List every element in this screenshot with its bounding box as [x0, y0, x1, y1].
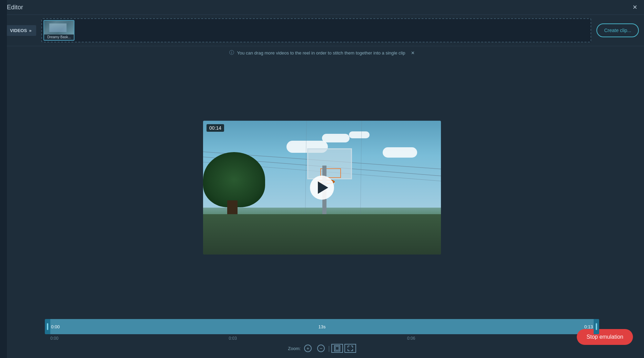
stop-emulation-button[interactable]: Stop emulation — [577, 329, 633, 345]
tree-foliage — [203, 152, 265, 207]
left-sidebar — [0, 0, 7, 358]
timeline-handle-right[interactable] — [594, 319, 599, 334]
videos-arrow-icon: » — [29, 28, 31, 33]
info-close-button[interactable]: ✕ — [411, 50, 415, 56]
zoom-fit-icon — [334, 345, 340, 351]
info-icon: ⓘ — [229, 50, 234, 56]
timecode-2: 0:06 — [407, 336, 415, 341]
handle-grip-right — [596, 323, 597, 330]
editor-window: Editor × VIDEOS » Dreamy Bask... Create … — [0, 0, 644, 358]
zoom-divider: | — [328, 345, 330, 352]
info-message: You can drag more videos to the reel in … — [237, 50, 405, 56]
handle-grip-left — [47, 323, 48, 330]
timeline-bar[interactable]: 0:00 13s 0:13 — [45, 319, 599, 334]
zoom-expand-icon — [347, 345, 353, 351]
cloud-2 — [322, 134, 350, 142]
zoom-label: Zoom: — [288, 346, 301, 351]
timeline-handle-left[interactable] — [45, 319, 50, 334]
svg-rect-6 — [335, 347, 339, 350]
timeline-end-label: 0:13 — [584, 324, 593, 329]
zoom-in-button[interactable]: + — [302, 344, 314, 353]
timecode-row: 0:00 0:03 0:06 0:10 — [45, 334, 599, 341]
reel-section: VIDEOS » Dreamy Bask... Create clip... — [0, 15, 644, 46]
close-button[interactable]: × — [633, 3, 637, 11]
editor-title: Editor — [7, 4, 23, 11]
timeline-start-label: 0:00 — [51, 324, 60, 329]
create-clip-button[interactable]: Create clip... — [596, 23, 639, 37]
video-player[interactable]: 00:14 — [203, 121, 441, 255]
zoom-fit-button[interactable] — [331, 344, 343, 353]
video-timestamp: 00:14 — [207, 124, 224, 132]
zoom-in-icon: + — [304, 345, 312, 352]
thumbnail-label: Dreamy Bask... — [44, 34, 74, 40]
editor-header: Editor × — [0, 0, 644, 15]
video-thumbnail-item[interactable]: Dreamy Bask... — [43, 20, 74, 41]
cloud-4 — [349, 131, 370, 138]
tree — [203, 152, 265, 221]
timecode-0: 0:00 — [50, 336, 58, 341]
videos-button[interactable]: VIDEOS » — [5, 25, 36, 36]
timecode-1: 0:03 — [229, 336, 237, 341]
zoom-out-icon: − — [317, 345, 325, 352]
zoom-controls: Zoom: + − | — [45, 341, 599, 355]
video-preview-area: 00:14 — [0, 59, 644, 316]
ground — [203, 214, 441, 254]
info-banner: ⓘ You can drag more videos to the reel i… — [0, 46, 644, 59]
play-button[interactable] — [310, 176, 334, 200]
timeline-section: 0:00 13s 0:13 0:00 0:03 0:06 0:10 Zoom: … — [0, 316, 644, 358]
hoop-board — [307, 148, 352, 179]
zoom-out-button[interactable]: − — [315, 344, 327, 353]
zoom-expand-button[interactable] — [344, 344, 356, 353]
play-icon — [318, 181, 328, 194]
reel-strip[interactable]: Dreamy Bask... — [41, 18, 591, 42]
cloud-3 — [383, 147, 417, 158]
thumbnail-image — [44, 21, 74, 34]
timeline-center-label: 13s — [319, 324, 326, 329]
